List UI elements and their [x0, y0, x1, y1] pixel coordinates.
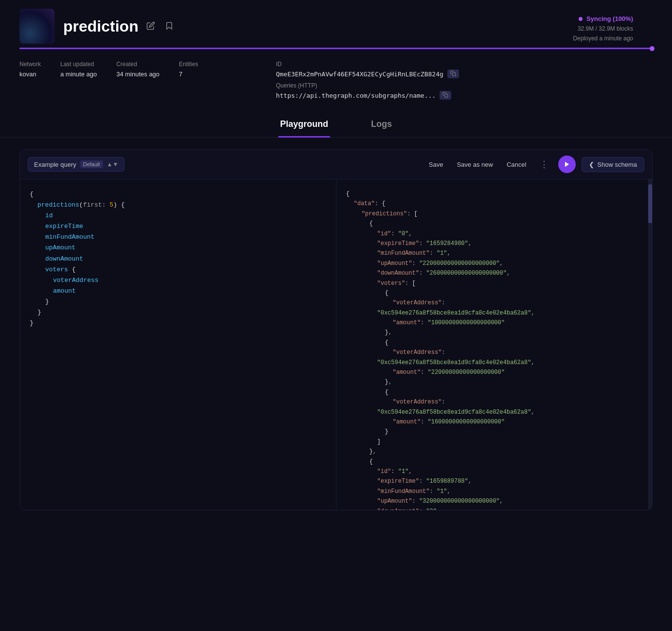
- dropdown-arrow-icon: ▲▼: [107, 161, 119, 168]
- result-line: {: [346, 338, 643, 348]
- blocks-status: 32.9M / 32.9M blocks: [578, 25, 633, 32]
- header: prediction Syncing (100%) 32.9M / 32.9M …: [0, 0, 672, 44]
- tabs-container: Playground Logs: [0, 100, 672, 138]
- cancel-button[interactable]: Cancel: [503, 158, 530, 171]
- query-label: Example query: [34, 161, 76, 168]
- code-line: expireTime: [30, 221, 326, 232]
- copy-id-button[interactable]: [447, 70, 459, 78]
- play-icon: [564, 161, 570, 168]
- show-schema-button[interactable]: ❮ Show schema: [582, 157, 644, 172]
- save-as-new-button[interactable]: Save as new: [453, 158, 496, 171]
- last-updated-value: a minute ago: [60, 70, 97, 78]
- query-editor[interactable]: { predictions(first: 5) { id expireTime …: [20, 179, 336, 510]
- code-line: amount: [30, 286, 326, 297]
- result-line: "0xc594ee276a8f58bce8ea1d9cfa8c4e02e4ba6…: [346, 407, 643, 417]
- code-line: voterAddress: [30, 275, 326, 286]
- code-line: }: [30, 318, 326, 329]
- result-line: "voterAddress":: [346, 397, 643, 407]
- sync-dot: [579, 17, 583, 21]
- query-selector[interactable]: Example query Default ▲▼: [28, 157, 124, 172]
- result-line: "id": "1",: [346, 467, 643, 476]
- result-line: {: [346, 189, 643, 199]
- svg-rect-0: [452, 73, 456, 76]
- code-line: minFundAmount: [30, 232, 326, 243]
- result-line: "amount": "16000000000000000000": [346, 417, 643, 427]
- scrollbar-track[interactable]: [648, 179, 652, 510]
- progress-fill: [19, 48, 653, 49]
- meta-id: ID QmeE3ERx2mPnAVwf46EF54XG2ECyCgHiRnLBE…: [276, 61, 459, 100]
- result-line: "expireTime": "1659889788",: [346, 476, 643, 486]
- meta-queries: Queries (HTTP) https://api.thegraph.com/…: [276, 82, 459, 100]
- ellipsis-icon: ⋮: [540, 159, 548, 169]
- entities-label: Entities: [179, 61, 198, 68]
- result-line: }: [346, 427, 643, 437]
- code-line: downAmount: [30, 254, 326, 264]
- project-avatar: [19, 9, 54, 44]
- sync-status: Syncing (100%): [579, 15, 633, 22]
- result-line: "0xc594ee276a8f58bce8ea1d9cfa8c4e02e4ba6…: [346, 358, 643, 368]
- run-query-button[interactable]: [558, 156, 576, 173]
- default-badge: Default: [80, 160, 103, 168]
- result-line: },: [346, 328, 643, 337]
- code-line: {: [30, 189, 326, 200]
- tab-logs[interactable]: Logs: [369, 115, 394, 137]
- code-line: voters {: [30, 264, 326, 275]
- network-label: Network: [19, 61, 41, 68]
- sync-progress-bar: [19, 48, 653, 49]
- result-line: {: [346, 457, 643, 467]
- code-line: id: [30, 210, 326, 221]
- result-line: {: [346, 387, 643, 397]
- chevron-left-icon: ❮: [589, 161, 594, 168]
- result-line: "id": "0",: [346, 229, 643, 239]
- queries-row: https://api.thegraph.com/subgraphs/name.…: [276, 91, 459, 100]
- bookmark-button[interactable]: [163, 19, 176, 34]
- result-line: ]: [346, 437, 643, 447]
- copy-icon: [450, 70, 456, 76]
- more-options-button[interactable]: ⋮: [536, 157, 552, 172]
- result-line: {: [346, 219, 643, 228]
- save-button[interactable]: Save: [425, 158, 447, 171]
- result-line: "data": {: [346, 199, 643, 209]
- result-line: "expireTime": "1659284980",: [346, 239, 643, 248]
- result-line: "0xc594ee276a8f58bce8ea1d9cfa8c4e02e4ba6…: [346, 308, 643, 318]
- id-value: QmeE3ERx2mPnAVwf46EF54XG2ECyCgHiRnLBEcZB…: [276, 70, 443, 78]
- query-toolbar: Example query Default ▲▼ Save Save as ne…: [20, 150, 652, 179]
- project-title: prediction: [63, 18, 139, 35]
- svg-rect-1: [445, 94, 448, 98]
- result-panel[interactable]: { "data": { "predictions": [ { "id": "0"…: [336, 179, 653, 510]
- meta-last-updated: Last updated a minute ago: [60, 61, 97, 78]
- entities-value: 7: [179, 70, 182, 78]
- result-line: "voters": [: [346, 279, 643, 288]
- queries-label: Queries (HTTP): [276, 82, 459, 89]
- result-line: "voterAddress":: [346, 348, 643, 357]
- scrollbar-thumb[interactable]: [648, 184, 652, 223]
- created-value: 34 minutes ago: [116, 70, 159, 78]
- code-line: }: [30, 307, 326, 318]
- result-line: "amount": "10000000000000000000": [346, 318, 643, 328]
- svg-marker-2: [565, 162, 569, 167]
- result-line: "downAmount": "260000000000000000000",: [346, 268, 643, 278]
- progress-dot: [650, 46, 654, 51]
- bookmark-icon: [165, 21, 174, 30]
- copy-queries-button[interactable]: [440, 91, 451, 100]
- result-line: },: [346, 447, 643, 456]
- edit-button[interactable]: [144, 19, 157, 34]
- result-line: "upAmount": "220000000000000000000",: [346, 259, 643, 268]
- code-line: predictions(first: 5) {: [30, 200, 326, 210]
- last-updated-label: Last updated: [60, 61, 97, 68]
- edit-icon: [146, 21, 155, 30]
- copy-queries-icon: [442, 92, 448, 98]
- id-label: ID: [276, 61, 459, 68]
- queries-url: https://api.thegraph.com/subgraphs/name.…: [276, 92, 436, 99]
- code-line: }: [30, 297, 326, 307]
- result-line: "minFundAmount": "1",: [346, 487, 643, 496]
- meta-row: Network kovan Last updated a minute ago …: [0, 49, 672, 100]
- meta-entities: Entities 7: [179, 61, 198, 78]
- id-row: QmeE3ERx2mPnAVwf46EF54XG2ECyCgHiRnLBEcZB…: [276, 70, 459, 78]
- tab-playground[interactable]: Playground: [278, 115, 330, 137]
- result-line: {: [346, 288, 643, 298]
- meta-network: Network kovan: [19, 61, 41, 78]
- playground-container: Example query Default ▲▼ Save Save as ne…: [19, 149, 653, 510]
- result-line: "predictions": [: [346, 209, 643, 219]
- result-line: "voterAddress":: [346, 298, 643, 308]
